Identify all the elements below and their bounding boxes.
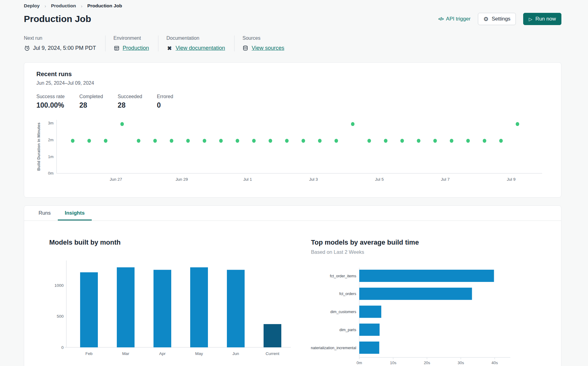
view-documentation-link[interactable]: View documentation bbox=[176, 45, 225, 51]
recent-runs-card: Recent runs Jun 25, 2024–Jul 09, 2024 Su… bbox=[24, 62, 561, 198]
svg-text:dim_parts: dim_parts bbox=[339, 328, 356, 332]
api-trigger-link[interactable]: </> API trigger bbox=[438, 16, 471, 22]
chevron-right-icon: › bbox=[45, 3, 46, 9]
breadcrumb-production[interactable]: Production bbox=[51, 3, 76, 9]
svg-text:fct_orders: fct_orders bbox=[339, 292, 356, 296]
database-icon bbox=[242, 45, 249, 51]
recent-runs-title: Recent runs bbox=[36, 71, 549, 78]
models-by-month-section: Models built by month 05001000FebMarAprM… bbox=[49, 238, 311, 366]
svg-text:Current: Current bbox=[265, 351, 279, 356]
sources-label: Sources bbox=[242, 35, 284, 41]
play-icon: ▷ bbox=[529, 17, 532, 21]
svg-text:May: May bbox=[195, 351, 203, 356]
svg-text:Jul 1: Jul 1 bbox=[243, 177, 252, 182]
svg-text:30s: 30s bbox=[458, 360, 464, 365]
insights-panel: Models built by month 05001000FebMarAprM… bbox=[24, 221, 561, 366]
svg-text:Jul 5: Jul 5 bbox=[375, 177, 384, 182]
svg-text:Jun 29: Jun 29 bbox=[176, 177, 188, 182]
breadcrumb-deploy[interactable]: Deploy bbox=[24, 3, 40, 9]
view-sources-link[interactable]: View sources bbox=[252, 45, 284, 51]
header-actions: </> API trigger ⚙ Settings ▷ Run now bbox=[438, 13, 561, 25]
svg-text:1000: 1000 bbox=[54, 283, 64, 288]
documentation-label: Documentation bbox=[166, 35, 225, 41]
svg-text:fct_order_items: fct_order_items bbox=[330, 274, 356, 278]
page-header: Production Job </> API trigger ⚙ Setting… bbox=[24, 13, 561, 25]
production-job-page: Deploy › Production › Production Job Pro… bbox=[0, 0, 588, 366]
alarm-clock-icon bbox=[24, 45, 30, 51]
svg-text:0: 0 bbox=[61, 345, 64, 350]
chevron-right-icon: › bbox=[81, 3, 83, 9]
meta-documentation: Documentation ✖ View documentation bbox=[158, 35, 234, 51]
svg-text:Jun: Jun bbox=[232, 351, 239, 356]
top-models-section: Top models by average build time Based o… bbox=[311, 238, 549, 366]
svg-text:Feb: Feb bbox=[85, 351, 92, 356]
svg-text:10s: 10s bbox=[390, 360, 396, 365]
gear-icon: ⚙ bbox=[483, 16, 489, 22]
meta-sources: Sources View sources bbox=[234, 35, 294, 51]
breadcrumb-production-job: Production Job bbox=[87, 3, 122, 9]
job-meta-row: Next run Jul 9, 2024, 5:00 PM PDT Enviro… bbox=[24, 35, 561, 51]
environment-link[interactable]: Production bbox=[123, 45, 149, 51]
tab-insights[interactable]: Insights bbox=[58, 206, 92, 220]
stat-completed: Completed 28 bbox=[79, 94, 103, 109]
svg-text:3m: 3m bbox=[48, 121, 54, 125]
svg-text:20s: 20s bbox=[424, 360, 430, 365]
svg-text:2m: 2m bbox=[48, 138, 54, 142]
svg-text:Jul 9: Jul 9 bbox=[507, 177, 516, 182]
svg-text:0m: 0m bbox=[357, 360, 362, 365]
tab-runs[interactable]: Runs bbox=[31, 206, 58, 220]
build-duration-scatter-chart: 0m1m2m3mJun 27Jun 29Jul 1Jul 3Jul 5Jul 7… bbox=[36, 117, 550, 189]
job-detail-card: Runs Insights Models built by month 0500… bbox=[24, 205, 561, 366]
run-now-button[interactable]: ▷ Run now bbox=[523, 13, 561, 25]
settings-label: Settings bbox=[492, 16, 510, 22]
svg-text:Jul 3: Jul 3 bbox=[309, 177, 318, 182]
svg-text:Apr: Apr bbox=[159, 351, 166, 356]
svg-text:1m: 1m bbox=[48, 154, 54, 159]
stat-success-rate: Success rate 100.00% bbox=[36, 94, 65, 109]
environment-label: Environment bbox=[113, 35, 149, 41]
stat-errored: Errored 0 bbox=[157, 94, 173, 109]
code-icon: </> bbox=[438, 17, 443, 21]
top-models-subtitle: Based on Last 2 Weeks bbox=[311, 249, 549, 255]
meta-environment: Environment Production bbox=[105, 35, 158, 51]
svg-text:dim_customers: dim_customers bbox=[330, 310, 356, 314]
models-by-month-title: Models built by month bbox=[49, 238, 311, 246]
svg-text:Mar: Mar bbox=[122, 351, 129, 356]
svg-text:materialization_incremental: materialization_incremental bbox=[311, 346, 356, 350]
top-models-hbar-chart: 0m10s20s30s40sfct_order_itemsfct_ordersd… bbox=[311, 262, 513, 366]
stat-succeeded: Succeeded 28 bbox=[118, 94, 142, 109]
tab-bar: Runs Insights bbox=[24, 206, 561, 221]
recent-runs-stats: Success rate 100.00% Completed 28 Succee… bbox=[36, 94, 549, 109]
svg-text:Jul 7: Jul 7 bbox=[441, 177, 449, 182]
svg-text:0m: 0m bbox=[48, 171, 54, 176]
dbt-logo-icon: ✖ bbox=[166, 45, 172, 51]
page-title: Production Job bbox=[24, 14, 91, 24]
svg-text:Jun 27: Jun 27 bbox=[110, 177, 122, 182]
top-models-title: Top models by average build time bbox=[311, 238, 549, 246]
api-trigger-label: API trigger bbox=[446, 16, 471, 22]
next-run-label: Next run bbox=[24, 35, 96, 41]
breadcrumb: Deploy › Production › Production Job bbox=[24, 3, 561, 9]
recent-runs-date-range: Jun 25, 2024–Jul 09, 2024 bbox=[36, 80, 549, 86]
svg-text:Build Duration in Minutes: Build Duration in Minutes bbox=[36, 123, 41, 171]
settings-button[interactable]: ⚙ Settings bbox=[478, 13, 516, 25]
meta-next-run: Next run Jul 9, 2024, 5:00 PM PDT bbox=[24, 35, 105, 51]
models-by-month-bar-chart: 05001000FebMarAprMayJunCurrent bbox=[49, 256, 294, 360]
run-now-label: Run now bbox=[535, 16, 556, 22]
svg-text:500: 500 bbox=[57, 314, 64, 319]
environment-icon bbox=[113, 45, 120, 51]
svg-text:40s: 40s bbox=[491, 360, 498, 365]
next-run-value: Jul 9, 2024, 5:00 PM PDT bbox=[33, 45, 96, 51]
